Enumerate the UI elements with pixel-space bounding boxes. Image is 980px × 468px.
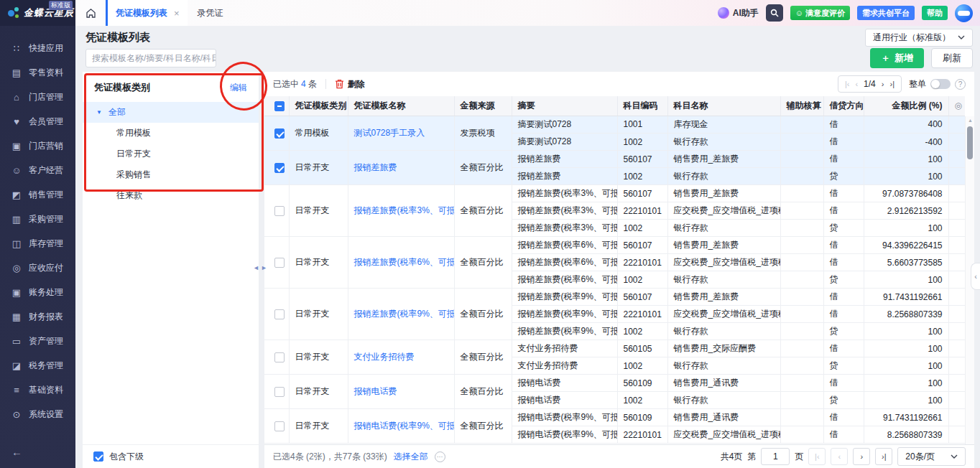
home-button[interactable] (75, 0, 106, 26)
tab-voucher-template-list[interactable]: 凭证模板列表 × (106, 0, 188, 26)
panel-splitter-handle[interactable]: ◄► (253, 264, 269, 271)
column-settings-icon[interactable]: ◎ (948, 96, 965, 116)
account-name-cell: 银行存款 (667, 134, 780, 151)
row-checkbox[interactable] (274, 387, 285, 397)
sidebar-item-store-mgmt[interactable]: ⌂门店管理 (0, 85, 75, 109)
template-row-line: 常用模板测试0728手工录入发票税项摘要测试07281001库存现金借400 (264, 116, 965, 134)
aux-accounting-cell (780, 340, 823, 357)
tree-node-child[interactable]: 采购销售 (83, 164, 259, 185)
caret-down-icon[interactable]: ▼ (96, 109, 102, 116)
tree-node-child[interactable]: 日常开支 (83, 144, 259, 164)
more-options-icon[interactable]: ⋯ (435, 451, 445, 462)
satisfaction-survey-button[interactable]: ☺ 满意度评价 (790, 6, 850, 20)
global-search-button[interactable] (766, 4, 783, 22)
sidebar-item-member-mgmt[interactable]: ♥会员管理 (0, 109, 75, 134)
aux-accounting-cell (780, 323, 823, 340)
sidebar-item-inventory-mgmt[interactable]: ◫库存管理 (0, 231, 75, 256)
scrollbar-thumb[interactable] (967, 126, 973, 159)
row-checkbox-cell (264, 340, 289, 375)
whole-doc-toggle[interactable] (930, 79, 951, 89)
delete-button[interactable]: 删除 (335, 78, 365, 90)
debit-credit-cell: 借 (823, 409, 864, 426)
sidebar-item-retail-data[interactable]: ▤零售资料 (0, 60, 75, 85)
template-name-link[interactable]: 支付业务招待费 (354, 352, 415, 362)
codesign-platform-button[interactable]: 需求共创平台 (857, 6, 915, 20)
codesign-label: 需求共创平台 (862, 6, 910, 20)
sidebar-item-purchase-mgmt[interactable]: ▥采购管理 (0, 207, 75, 231)
row-checkbox[interactable] (274, 258, 285, 268)
prev-page-button[interactable]: ‹ (831, 448, 848, 465)
help-circle-icon[interactable]: ? (955, 79, 966, 90)
sidebar-item-asset-mgmt[interactable]: ▭资产管理 (0, 329, 75, 353)
template-name-link[interactable]: 测试0728手工录入 (354, 128, 425, 138)
column-header: 借贷方向 (823, 96, 864, 116)
row-checkbox[interactable] (274, 206, 285, 216)
sidebar-item-apps[interactable]: ∷快捷应用 (0, 36, 75, 60)
template-name-link[interactable]: 报销差旅费(税率6%、可抵扣) (354, 257, 455, 267)
amount-ratio-cell: 100 (864, 357, 948, 375)
include-sub-checkbox[interactable] (93, 451, 103, 462)
tab-voucher-entry[interactable]: 录凭证 (188, 0, 234, 26)
ai-assistant-button[interactable]: AI助手 (718, 7, 759, 19)
row-checkbox[interactable] (274, 309, 285, 319)
row-checkbox[interactable] (274, 128, 285, 139)
column-header: 金额比例 (%) (864, 96, 948, 116)
sidebar-item-tax-mgmt[interactable]: ◪税务管理 (0, 353, 75, 378)
first-page-button[interactable]: |‹ (808, 448, 826, 465)
refresh-button[interactable]: 刷新 (931, 48, 973, 68)
account-code-cell: 22210101 (617, 202, 667, 220)
sidebar-item-ar-ap[interactable]: ◎应收应付 (0, 256, 75, 280)
account-code-cell: 1002 (617, 168, 667, 185)
tree-node-child[interactable]: 常用模板 (83, 123, 259, 144)
template-name-link[interactable]: 报销差旅费(税率3%、可抵扣) (354, 205, 455, 215)
chevron-down-icon (951, 454, 958, 459)
account-name-cell: 销售费用_差旅费 (667, 237, 780, 254)
page-number-input[interactable]: 1 (761, 448, 790, 465)
summary-cell: 报销差旅费 (512, 168, 617, 185)
template-category-cell: 日常开支 (289, 409, 348, 444)
select-all-checkbox[interactable] (274, 101, 285, 111)
sidebar-item-base-data[interactable]: ≡基础资料 (0, 378, 75, 402)
account-name-cell: 银行存款 (667, 323, 780, 340)
sidebar-item-sales-mgmt[interactable]: ◩销售管理 (0, 182, 75, 207)
help-button[interactable]: 帮助 (922, 6, 948, 20)
user-avatar[interactable] (955, 4, 973, 22)
sidebar-item-store-marketing[interactable]: ▣门店营销 (0, 134, 75, 158)
template-name-link[interactable]: 报销差旅费(税率9%、可抵扣) (354, 309, 455, 319)
select-all-link[interactable]: 选择全部 (394, 451, 428, 463)
template-name-link[interactable]: 报销电话费 (354, 386, 397, 396)
category-edit-link[interactable]: 编辑 (230, 82, 247, 94)
panel-collapse-handle[interactable]: ‹ (971, 263, 980, 290)
next-page-button[interactable]: › (853, 448, 870, 465)
row-checkbox[interactable] (274, 421, 285, 431)
row-checkbox[interactable] (274, 352, 285, 362)
sidebar-item-system-settings[interactable]: ⊙系统设置 (0, 402, 75, 426)
row-end-cell (948, 271, 965, 289)
close-icon[interactable]: × (174, 8, 180, 19)
tree-node-child[interactable]: 往来款 (83, 185, 259, 206)
search-icon (770, 9, 779, 17)
first-page-icon[interactable]: |‹ (845, 80, 850, 88)
template-category-cell: 日常开支 (289, 340, 348, 375)
last-page-icon[interactable]: ›| (889, 80, 895, 88)
tree-node-all[interactable]: ▼ 全部 (83, 102, 259, 123)
search-input[interactable]: 搜索模板名称/摘要/科目名称/科目编码 (85, 49, 216, 67)
sidebar-item-financial-report[interactable]: ▦财务报表 (0, 304, 75, 329)
template-name-link[interactable]: 报销电话费(税率9%、可抵扣) (354, 421, 455, 431)
page-size-select[interactable]: 20条/页 (897, 447, 966, 466)
sidebar-collapse-icon[interactable]: ← (11, 446, 22, 458)
page-label-pre: 第 (747, 451, 756, 463)
industry-select[interactable]: 通用行业（标准版） (865, 29, 973, 47)
sidebar-item-customer[interactable]: ☺客户经营 (0, 158, 75, 182)
next-page-icon[interactable]: › (882, 80, 884, 88)
tree-children: 常用模板日常开支采购销售往来款 (83, 123, 259, 206)
row-checkbox[interactable] (274, 163, 285, 173)
last-page-button[interactable]: ›| (875, 448, 892, 465)
prev-page-icon[interactable]: ‹ (855, 80, 858, 88)
add-button[interactable]: ＋ 新增 (870, 48, 924, 68)
scroll-up-icon[interactable]: ▲ (968, 118, 973, 123)
column-header: 科目名称 (667, 96, 780, 116)
sidebar-item-accounting[interactable]: ▣账务处理 (0, 280, 75, 304)
template-name-link[interactable]: 报销差旅费 (354, 162, 397, 172)
account-code-cell: 1001 (617, 116, 667, 134)
